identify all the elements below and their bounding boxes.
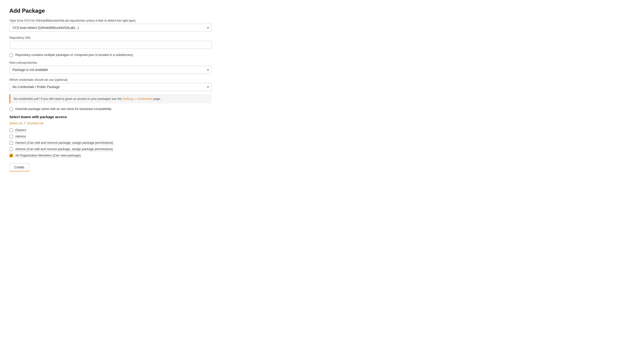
credentials-label: Which credentials should we use (optiona… bbox=[10, 78, 631, 82]
select-links-separator: / bbox=[24, 121, 26, 125]
select-all-link[interactable]: Select all bbox=[10, 122, 22, 125]
credentials-alert-text-before: No credentials yet? If you still need to… bbox=[14, 97, 122, 100]
team-item: Admins (Can edit and remove package, ass… bbox=[10, 147, 631, 151]
subrepo-select[interactable]: Package is not available bbox=[10, 66, 212, 74]
override-checkbox-label: Override package name with an old name f… bbox=[15, 107, 111, 110]
repo-url-input[interactable]: https://github.com/ministryofjustice/exa… bbox=[10, 41, 212, 49]
credentials-form-group: Which credentials should we use (optiona… bbox=[10, 78, 631, 91]
subrepo-form-group: New subrepositories Package is not avail… bbox=[10, 61, 631, 74]
subdir-checkbox-label: Repository contains multiple packages or… bbox=[15, 53, 133, 56]
team-label-1: Admins bbox=[15, 134, 26, 138]
deselect-all-link[interactable]: Deselect all bbox=[27, 122, 43, 125]
override-checkbox[interactable] bbox=[10, 108, 13, 111]
team-item: Owners (Can edit and remove package, ass… bbox=[10, 141, 631, 145]
page-title: Add Package bbox=[10, 8, 631, 14]
team-checkbox-0[interactable] bbox=[10, 128, 13, 132]
override-checkbox-row: Override package name with an old name f… bbox=[10, 107, 631, 111]
credentials-settings-link[interactable]: Settings > Credentials bbox=[122, 97, 153, 100]
teams-section: Select teams with package access Select … bbox=[10, 115, 631, 158]
type-label: Type (Use VCS for GitHub/Bitbucket/GitLa… bbox=[10, 19, 631, 22]
repo-url-label: Repository URL bbox=[10, 36, 631, 40]
subdir-checkbox-row: Repository contains multiple packages or… bbox=[10, 53, 631, 57]
subrepo-select-wrapper: Package is not available bbox=[10, 66, 212, 74]
credentials-alert-text-after: page. bbox=[153, 97, 161, 100]
credentials-alert: No credentials yet? If you still need to… bbox=[10, 94, 212, 103]
type-select-wrapper: VCS Auto-detect (GitHub/Bitbucket/GitLab… bbox=[10, 24, 212, 32]
team-checkbox-2[interactable] bbox=[10, 141, 13, 145]
team-item: Owners bbox=[10, 128, 631, 132]
team-label-3: Admins (Can edit and remove package, ass… bbox=[15, 147, 113, 151]
team-checkbox-4[interactable] bbox=[10, 154, 13, 157]
repo-url-form-group: Repository URL https://github.com/minist… bbox=[10, 36, 631, 49]
team-checkbox-1[interactable] bbox=[10, 135, 13, 138]
teams-section-title: Select teams with package access bbox=[10, 115, 631, 119]
team-item: All Organization Members (Can view packa… bbox=[10, 154, 631, 158]
credentials-select-wrapper: No Credentials / Public Package bbox=[10, 83, 212, 91]
teams-list: OwnersAdminsOwners (Can edit and remove … bbox=[10, 128, 631, 158]
team-item: Admins bbox=[10, 134, 631, 138]
subrepo-label: New subrepositories bbox=[10, 61, 631, 64]
team-label-4: All Organization Members (Can view packa… bbox=[15, 154, 81, 158]
credentials-select[interactable]: No Credentials / Public Package bbox=[10, 83, 212, 91]
select-links: Select all / Deselect all bbox=[10, 121, 631, 125]
create-button[interactable]: Create bbox=[10, 163, 29, 172]
team-label-0: Owners bbox=[15, 128, 26, 132]
type-form-group: Type (Use VCS for GitHub/Bitbucket/GitLa… bbox=[10, 19, 631, 32]
subdir-checkbox[interactable] bbox=[10, 54, 13, 57]
type-select[interactable]: VCS Auto-detect (GitHub/Bitbucket/GitLab… bbox=[10, 24, 212, 32]
team-label-2: Owners (Can edit and remove package, ass… bbox=[15, 141, 113, 145]
team-checkbox-3[interactable] bbox=[10, 148, 13, 151]
